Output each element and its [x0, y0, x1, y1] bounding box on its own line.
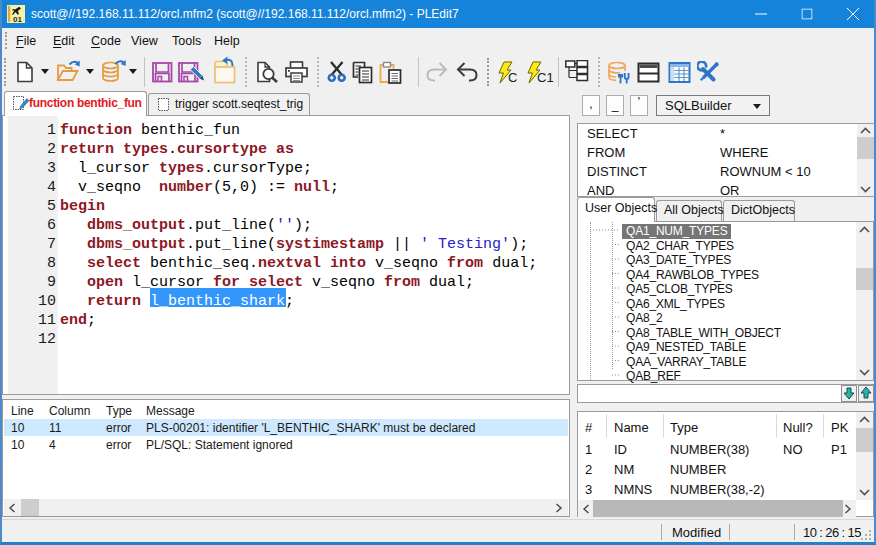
svg-text:C: C: [508, 70, 517, 84]
svg-text:01: 01: [13, 15, 22, 24]
svg-text:C1: C1: [537, 70, 554, 84]
